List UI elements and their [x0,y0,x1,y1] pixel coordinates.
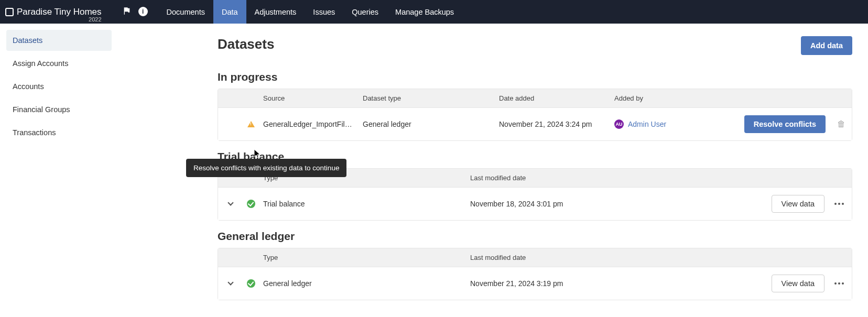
check-circle-icon [247,200,255,208]
nav-tab-manage-backups[interactable]: Manage Backups [387,0,462,24]
cell-last-modified: November 18, 2024 3:01 pm [466,200,758,208]
more-menu-icon[interactable] [834,203,844,205]
cell-type: Trial balance [259,200,466,208]
cell-date-added: November 21, 2024 3:24 pm [495,120,610,128]
cell-last-modified: November 21, 2024 3:19 pm [466,279,758,288]
nav-tab-adjustments[interactable]: Adjustments [246,0,305,24]
table-row: General ledger November 21, 2024 3:19 pm… [218,267,852,300]
chevron-down-icon[interactable] [227,200,233,205]
sidebar-item-transactions[interactable]: Transactions [6,122,112,143]
sidebar-item-accounts[interactable]: Accounts [6,76,112,97]
trash-icon[interactable]: 🗑 [837,119,845,129]
cell-source: GeneralLedger_ImportFile… [259,120,359,128]
col-dataset-type: Dataset type [359,94,495,102]
col-source: Source [259,94,359,102]
check-circle-icon [247,279,255,288]
topnav-icons: i [123,7,148,17]
top-nav: Paradise Tiny Homes 2022 i Documents Dat… [0,0,868,24]
col-last-modified: Last modified date [466,254,758,261]
sidebar-item-datasets[interactable]: Datasets [6,30,112,51]
nav-tab-issues[interactable]: Issues [305,0,343,24]
brand-logo-icon [5,8,14,16]
nav-tab-queries[interactable]: Queries [343,0,387,24]
main-content: Datasets Add data In progress Source Dat… [118,24,868,313]
more-menu-icon[interactable] [834,282,844,285]
col-type: Type [259,254,466,261]
add-data-button[interactable]: Add data [801,36,852,55]
page-title: Datasets [218,36,274,52]
view-data-button[interactable]: View data [772,275,824,292]
sidebar-item-assign-accounts[interactable]: Assign Accounts [6,53,112,74]
cell-type: General ledger [259,279,466,288]
col-last-modified: Last modified date [466,174,758,182]
resolve-conflicts-button[interactable]: Resolve conflicts [744,115,826,133]
info-icon[interactable]: i [138,7,148,16]
avatar: AU [614,119,624,129]
warning-icon[interactable] [247,121,255,127]
user-link[interactable]: Admin User [628,120,666,128]
chevron-down-icon[interactable] [227,279,233,285]
in-progress-table: Source Dataset type Date added Added by … [218,89,852,141]
table-row: GeneralLedger_ImportFile… General ledger… [218,108,852,140]
sidebar: Datasets Assign Accounts Accounts Financ… [0,24,118,313]
brand-year: 2022 [89,16,101,23]
view-data-button[interactable]: View data [772,195,824,213]
col-added-by: Added by [610,94,742,102]
brand[interactable]: Paradise Tiny Homes 2022 [5,7,102,17]
flag-icon[interactable] [123,7,131,17]
table-header: Source Dataset type Date added Added by [218,89,852,108]
section-title-in-progress: In progress [218,71,852,83]
nav-tabs: Documents Data Adjustments Issues Querie… [158,0,463,24]
cell-dataset-type: General ledger [359,120,495,128]
table-header: Type Last modified date [218,248,852,267]
brand-name: Paradise Tiny Homes [17,7,102,17]
cursor-icon [254,149,261,159]
cell-added-by: AU Admin User [610,119,742,129]
col-date-added: Date added [495,94,610,102]
sidebar-item-financial-groups[interactable]: Financial Groups [6,99,112,120]
nav-tab-documents[interactable]: Documents [158,0,213,24]
table-row: Trial balance November 18, 2024 3:01 pm … [218,188,852,220]
tooltip: Resolve conflicts with existing data to … [186,159,346,177]
general-ledger-table: Type Last modified date General ledger N… [218,248,852,300]
section-title-general-ledger: General ledger [218,230,852,243]
nav-tab-data[interactable]: Data [213,0,246,24]
